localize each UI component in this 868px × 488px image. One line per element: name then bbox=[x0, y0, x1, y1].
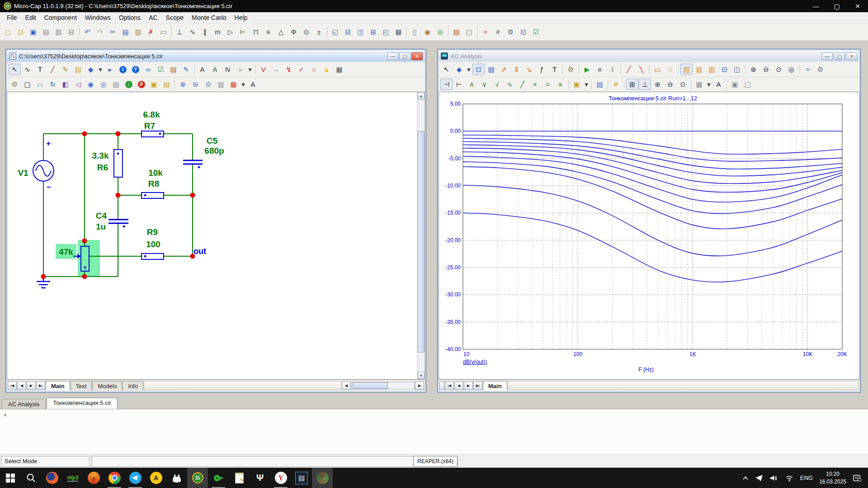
tab-main[interactable]: Main bbox=[46, 381, 70, 390]
ac-tab-main[interactable]: Main bbox=[483, 381, 507, 390]
taskbar-app-chrome[interactable] bbox=[104, 468, 125, 488]
flag-mode-button[interactable]: ▸ bbox=[104, 64, 116, 75]
scroll-up-icon[interactable]: ▲ bbox=[418, 92, 425, 99]
schematic-vscrollbar[interactable]: ▲ ▼ bbox=[417, 92, 425, 380]
page-setup-button[interactable]: ▥ bbox=[52, 26, 65, 38]
probe-component-button[interactable]: ⊙ bbox=[300, 26, 312, 38]
schematic-hscroll-thumb[interactable] bbox=[353, 382, 388, 389]
taskbar-app-reaper[interactable] bbox=[312, 468, 333, 488]
taskbar-app-foobar[interactable] bbox=[166, 468, 187, 488]
numeric-output-button[interactable]: # bbox=[610, 79, 622, 90]
run-button[interactable]: ▶ bbox=[581, 64, 593, 75]
tile-vertical-button[interactable]: ◫ bbox=[731, 64, 743, 75]
wave-overlay-button[interactable]: ≈ bbox=[802, 64, 814, 75]
data-point-grid-button[interactable]: ∷ bbox=[664, 64, 676, 75]
save-button[interactable]: ▣ bbox=[27, 26, 39, 38]
close-button[interactable]: × bbox=[847, 0, 868, 12]
next-page-button[interactable]: ▶ bbox=[27, 381, 36, 390]
tab-models[interactable]: Models bbox=[92, 381, 122, 390]
undo-button[interactable]: ↶ bbox=[81, 26, 94, 38]
schematic-titlebar[interactable]: C:\Users\37529\Desktop\всякое\Тонкомпенс… bbox=[7, 50, 425, 62]
mixed-mode-button[interactable]: ▧ bbox=[450, 26, 462, 38]
menu-edit[interactable]: Edit bbox=[21, 13, 40, 23]
diode-component-button[interactable]: ▷ bbox=[224, 26, 236, 38]
search-button[interactable] bbox=[21, 468, 42, 488]
tab-info[interactable]: Info bbox=[123, 381, 143, 390]
slope-negative-button[interactable]: ╲ bbox=[635, 64, 647, 75]
ac-plot[interactable]: Тонкомпенсация 5.cir Run=1...12 5.000.00… bbox=[439, 92, 859, 380]
inductor-component-button[interactable]: m bbox=[212, 26, 224, 38]
check-sheet-button[interactable]: ☑ bbox=[155, 64, 167, 75]
opamp-component-button[interactable]: △ bbox=[275, 26, 287, 38]
shape-dropdown-button[interactable]: ▾ bbox=[97, 64, 104, 75]
close-output-icon[interactable]: × bbox=[4, 412, 7, 418]
label-pot-value[interactable]: 47k bbox=[59, 247, 73, 257]
tray-expand-icon[interactable] bbox=[742, 476, 749, 480]
plot-ylabel[interactable]: dB(v(out)) bbox=[463, 359, 487, 365]
language-indicator[interactable]: ENG bbox=[800, 474, 813, 481]
menu-help[interactable]: Help bbox=[231, 13, 252, 23]
design-rule-warning-button[interactable]: ▲ bbox=[321, 64, 333, 75]
stripe-pane-1-button[interactable]: ▥ bbox=[680, 64, 693, 75]
select-all-button[interactable]: ▢ bbox=[21, 79, 33, 90]
zoom-out-button[interactable]: ⊖ bbox=[664, 79, 676, 90]
label-c4[interactable]: C4 bbox=[96, 211, 107, 221]
taskbar-app-green-tool[interactable] bbox=[208, 468, 229, 488]
label-c5[interactable]: C5 bbox=[207, 136, 218, 145]
resistor-r6[interactable] bbox=[114, 150, 123, 177]
shape-mode-button[interactable]: ◆ bbox=[85, 64, 97, 75]
taskbar-app-alpha[interactable]: A bbox=[146, 468, 166, 488]
stack-back-button[interactable]: ▢ bbox=[741, 79, 754, 90]
label-c5-value[interactable]: 680p bbox=[204, 146, 224, 155]
stripe-pane-2-button[interactable]: ▥ bbox=[693, 64, 705, 75]
maximize-button[interactable]: ▢ bbox=[826, 0, 847, 12]
tracker-cursor-button[interactable]: ⊞ bbox=[626, 79, 638, 90]
select-mode-button[interactable]: ↖ bbox=[9, 64, 21, 75]
slope-positive-button[interactable]: ╱ bbox=[623, 64, 635, 75]
ac-plot-canvas[interactable]: Тонкомпенсация 5.cir Run=1...12 5.000.00… bbox=[439, 92, 859, 380]
go-to-low-button[interactable]: ∿ bbox=[504, 79, 516, 90]
cascade-windows-button[interactable]: ◱ bbox=[329, 26, 341, 38]
notification-center-icon[interactable] bbox=[853, 474, 862, 482]
color-pattern-button[interactable]: ▦ bbox=[227, 79, 240, 90]
pan-mode-button[interactable]: » bbox=[234, 64, 246, 75]
mirror-button[interactable]: ◧ bbox=[59, 79, 71, 90]
zoom-in-button[interactable]: ⊕ bbox=[747, 64, 760, 75]
sine-source-component-button[interactable]: ∿ bbox=[186, 26, 198, 38]
menu-ac[interactable]: AC bbox=[145, 13, 161, 23]
condition-probe-button[interactable]: ✓ bbox=[295, 64, 307, 75]
paste-button[interactable]: ▥ bbox=[132, 26, 144, 38]
tray-telegram-icon[interactable] bbox=[755, 474, 763, 482]
help-button[interactable]: ? bbox=[129, 64, 142, 75]
properties-button[interactable]: ⚙ bbox=[565, 64, 577, 75]
ac-restore-button[interactable]: ▢ bbox=[834, 52, 845, 60]
font-button[interactable]: A bbox=[247, 79, 259, 90]
go-to-high-button[interactable]: √ bbox=[491, 79, 503, 90]
ac-minimize-button[interactable]: — bbox=[821, 52, 833, 60]
select-region-button[interactable]: ▭ bbox=[157, 26, 170, 38]
voltage-probe-button[interactable]: V bbox=[257, 64, 269, 75]
doc-tab-ac-analysis[interactable]: AC Analysis bbox=[2, 399, 46, 409]
taskbar-app-yandex[interactable]: Y bbox=[270, 468, 291, 488]
stack-front-button[interactable]: ▣ bbox=[729, 79, 741, 90]
ac-last-page-button[interactable]: ▶| bbox=[473, 381, 482, 390]
ground-component-button[interactable]: ⊥ bbox=[174, 26, 186, 38]
web-update-button[interactable]: ◎ bbox=[434, 26, 446, 38]
sheet-stack-button[interactable]: ▤ bbox=[167, 64, 179, 75]
resistor-r8[interactable] bbox=[142, 192, 164, 198]
zoom-out-button[interactable]: ⊖ bbox=[189, 79, 202, 90]
link-button[interactable]: ∞ bbox=[142, 64, 154, 75]
transistor-component-button[interactable]: ⊢ bbox=[237, 26, 249, 38]
save-dropdown-button[interactable]: ▾ bbox=[583, 79, 590, 90]
schematic-canvas[interactable]: + − bbox=[7, 92, 417, 380]
taskbar-app-music-player[interactable]: ♪ bbox=[83, 468, 104, 488]
volume-icon[interactable] bbox=[769, 474, 778, 482]
region-select-button[interactable]: ▭ bbox=[34, 79, 46, 90]
schematic-drawing[interactable]: + − bbox=[7, 92, 417, 380]
color-dropdown-button[interactable]: ▾ bbox=[240, 79, 246, 90]
ac-next-page-button[interactable]: ▶ bbox=[464, 381, 473, 390]
cursor-horizontal-button[interactable]: ⊣ bbox=[440, 79, 453, 90]
split-window-button[interactable]: ⊞ bbox=[367, 26, 379, 38]
schematic-restore-button[interactable]: ▢ bbox=[399, 52, 410, 60]
panel-toggle-button[interactable]: ☑ bbox=[530, 26, 542, 38]
